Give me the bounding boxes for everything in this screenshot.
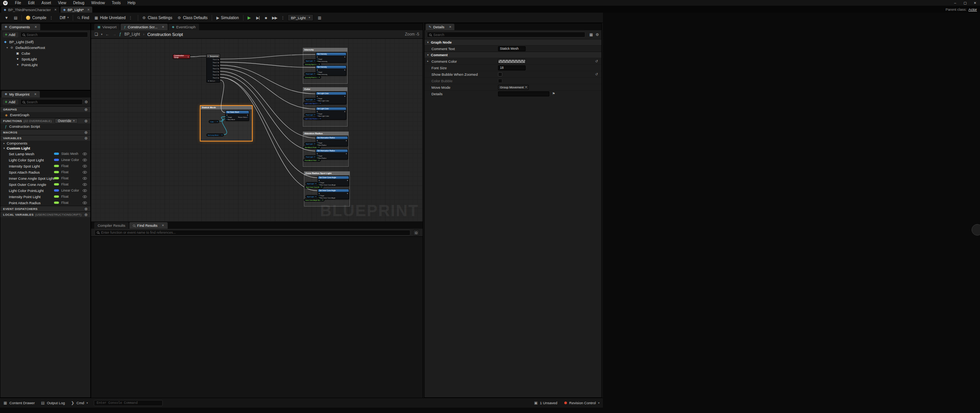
components-search-input[interactable] [27, 33, 86, 37]
variable-row-intensity-spot-light[interactable]: Intensity Spot LightFloat [0, 163, 90, 169]
close-icon[interactable]: ✕ [54, 8, 57, 11]
chevron-down-icon[interactable]: ▾ [7, 46, 8, 49]
tree-item-bp-light-self[interactable]: ◆BP_Light (Self) [0, 39, 90, 45]
cmd-dropdown[interactable]: ❯Cmd▾ [71, 401, 88, 405]
reset-to-default-icon[interactable]: ↺ [595, 72, 598, 76]
sidebar-toggle[interactable] [972, 224, 980, 236]
list-item-construction-script[interactable]: ƒConstruction Script [0, 124, 90, 129]
chevron-right-icon[interactable]: ▸ [427, 60, 429, 63]
add-functions-button[interactable]: ⊕ [84, 119, 88, 123]
variable-row-light-color-spot-light[interactable]: Light Color Spot LightLinear Color [0, 157, 90, 163]
visibility-eye-icon[interactable] [83, 165, 87, 167]
minimize-button[interactable]: – [950, 1, 960, 5]
add-macros-button[interactable]: ⊕ [84, 130, 88, 135]
dropdown-move-mode[interactable]: Group Movement▾ [498, 85, 529, 90]
comment-node-color[interactable]: Color [303, 87, 348, 127]
console-command-input[interactable] [94, 400, 163, 406]
details-settings-gear-icon[interactable]: ⚙ [596, 33, 599, 37]
output-log-button[interactable]: ▤Output Log [41, 401, 65, 405]
parent-class-link[interactable]: Actor [969, 7, 977, 11]
add-variables-button[interactable]: ⊕ [84, 136, 88, 140]
visibility-eye-icon[interactable] [83, 177, 87, 180]
tree-item-defaultsceneroot[interactable]: ▾⊙DefaultSceneRoot [0, 45, 90, 50]
my-blueprint-search-input[interactable] [27, 100, 80, 104]
menu-tools[interactable]: Tools [108, 0, 124, 6]
section-header-functions[interactable]: FUNCTIONS(22 OVERRIDABLE)Override▾⊕ [0, 118, 90, 124]
chevron-right-icon[interactable]: ▸ [3, 142, 5, 145]
class-settings-button[interactable]: ⚙Class Settings [140, 13, 175, 22]
variable-group-custom-light[interactable]: ▾Custom Light [0, 146, 90, 151]
debug-filter-button[interactable]: ▥ [315, 13, 324, 22]
add-blueprint-item-button[interactable]: +Add [3, 99, 18, 105]
find-references-input[interactable] [101, 231, 408, 234]
visibility-eye-icon[interactable] [83, 189, 87, 192]
menu-file[interactable]: File [11, 0, 24, 6]
comment-node-attention-radius[interactable]: Attention Radius [303, 132, 349, 167]
save-asset-button[interactable]: ▼ [2, 13, 11, 22]
visibility-eye-icon[interactable] [83, 153, 87, 155]
revision-control-button[interactable]: Revision Control▾ [564, 401, 599, 405]
checkbox-show-bubble-when-zoomed[interactable] [498, 72, 502, 76]
nav-back-icon[interactable]: ← [105, 32, 109, 36]
tab-construction-scr[interactable]: ƒConstruction Scr...✕ [121, 24, 168, 30]
close-icon[interactable]: ✕ [87, 8, 90, 11]
content-drawer-button[interactable]: ▦Content Drawer [3, 401, 35, 405]
details-search-input[interactable] [433, 33, 583, 37]
browse-asset-button[interactable]: ▤ [11, 13, 20, 22]
tab-viewport[interactable]: ▦Viewport [94, 24, 120, 30]
asset-tab-bp-light[interactable]: ◆BP_Light*✕ [60, 7, 92, 13]
chevron-down-icon[interactable]: ▾ [427, 41, 429, 44]
compile-options-icon[interactable]: ⋮ [48, 16, 54, 20]
unsaved-status-button[interactable]: ▣1 Unsaved [534, 401, 557, 405]
play-button[interactable]: ▶ [245, 13, 253, 22]
add-event-dispatchers-button[interactable]: ⊕ [84, 207, 88, 211]
close-icon[interactable]: ✕ [449, 25, 452, 29]
display-filter-icon[interactable]: ▦ [590, 33, 593, 37]
menu-debug[interactable]: Debug [70, 0, 88, 6]
tree-item-spotlight[interactable]: ▼SpotLight [0, 56, 90, 62]
eject-button[interactable]: ▶▶ [270, 13, 280, 22]
tab-details[interactable]: ✎ Details ✕ [426, 24, 454, 30]
comment-node-statick-mesh[interactable]: Statick Mesh [200, 106, 252, 141]
blueprint-canvas[interactable]: BLUEPRINT Statick MeshIntensityColorAtte… [91, 39, 423, 221]
detail-details-input[interactable] [498, 91, 549, 96]
compile-button[interactable]: Compile ⋮ [23, 13, 57, 22]
close-icon[interactable]: ✕ [162, 25, 164, 29]
section-header-variables[interactable]: VARIABLES⊕ [0, 135, 90, 141]
breadcrumb-root[interactable]: BP_Light [124, 32, 140, 36]
tree-item-pointlight[interactable]: ✶PointLight [0, 62, 90, 68]
close-icon[interactable]: ✕ [34, 25, 37, 29]
tab-my-blueprint[interactable]: ❖ My Blueprint ✕ [2, 91, 40, 98]
visibility-eye-icon[interactable] [83, 195, 87, 198]
chevron-down-icon[interactable]: ▾ [101, 33, 103, 36]
menu-asset[interactable]: Asset [38, 0, 54, 6]
hide-unrelated-options-icon[interactable]: ⋮ [127, 16, 134, 20]
variable-row-spot-attach-radius[interactable]: Spot Attach RadiusFloat [0, 169, 90, 175]
variable-row-intensity-point-light[interactable]: Intensity Point LightFloat [0, 193, 90, 200]
override-dropdown[interactable]: Override▾ [55, 118, 78, 124]
play-options-icon[interactable]: ⋮ [280, 16, 286, 20]
diff-button[interactable]: Diff▾ [57, 13, 71, 22]
sequence-node[interactable]: ▸SequenceThen 0▸Then 1▸Then 2▸Then 3▸The… [206, 54, 220, 83]
variable-row-point-attach-radius[interactable]: Point Attach RadiusFloat [0, 200, 90, 206]
variable-row-set-lamp-mesh[interactable]: Set Lamp MeshStatic Mesh [0, 151, 90, 157]
chevron-down-icon[interactable]: ▾ [3, 147, 5, 150]
variable-group-components[interactable]: ▸Components [0, 141, 90, 146]
section-header-graphs[interactable]: GRAPHS⊕ [0, 106, 90, 112]
nav-forward-icon[interactable]: → [112, 32, 116, 36]
blueprint-settings-gear-icon[interactable]: ⚙ [85, 100, 88, 104]
section-header-event-dispatchers[interactable]: EVENT DISPATCHERS⊕ [0, 206, 90, 211]
visibility-eye-icon[interactable] [83, 202, 87, 204]
frame-skip-button[interactable]: ▶| [253, 13, 262, 22]
simulation-button[interactable]: ▶Simulation [214, 13, 241, 22]
section-header-macros[interactable]: MACROS⊕ [0, 129, 90, 135]
debug-object-dropdown[interactable]: BP_Light▾ [287, 14, 314, 21]
add-graphs-button[interactable]: ⊕ [84, 107, 88, 112]
section-header-local-variables[interactable]: LOCAL VARIABLES(USERCONSTRUCTIONSCRIPT)⊕ [0, 211, 90, 217]
variable-row-spot-outer-cone-angle[interactable]: Spot Outer Cone AngleFloat [0, 181, 90, 187]
add-component-button[interactable]: +Add [3, 32, 18, 37]
tree-item-cube[interactable]: ▣Cube [0, 50, 90, 56]
menu-edit[interactable]: Edit [24, 0, 38, 6]
variable-row-light-color-pointlight[interactable]: Light Color PointLightLinear Color [0, 187, 90, 193]
bookmark-icon[interactable]: ❏ [95, 32, 98, 36]
